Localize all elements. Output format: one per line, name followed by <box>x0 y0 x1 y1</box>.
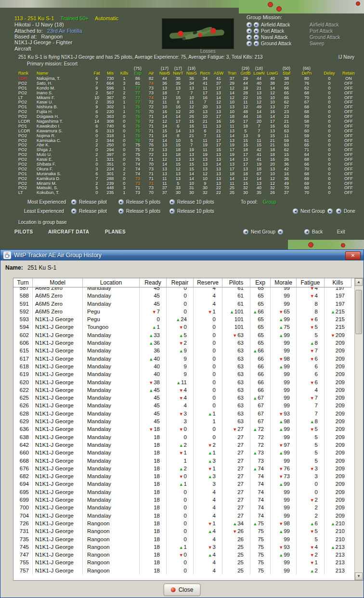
based-value[interactable]: Rangoon <box>41 34 63 39</box>
history-row[interactable]: 726N1K1-J GeorgeRangoon180▼1▲34▲75▼98▲6▲… <box>13 520 351 527</box>
history-row[interactable]: 602N1K1-J GeorgeMandalay▲33▲50▼6365▲995▼… <box>13 331 351 339</box>
tab-aircraft-data[interactable]: AIRCRAFT DATA <box>48 229 89 234</box>
mission-cycle-left-icon[interactable]: ◄ <box>247 35 252 40</box>
pilot-row[interactable]: PO2Kasai U.23531777211811712101112106267… <box>14 100 359 105</box>
pilot-row[interactable]: PO1Kondo M.95961777313131311171219211466… <box>14 86 359 91</box>
pilot-row[interactable]: PO2Inano S.25672777318771713142813126568… <box>14 91 359 96</box>
history-row[interactable]: 642N1K1-J GeorgeMandalay18▲2▼22772▼97520… <box>13 441 351 449</box>
history-row[interactable]: 625N1K1-J GeorgeMandalay45▼4063▲6799▼720… <box>13 394 351 402</box>
history-row[interactable]: 638N1K1-J GeorgeMandalay18002772995209 <box>13 433 351 441</box>
history-row[interactable]: 591A6M5 ZeroMandalay45046165998197 <box>13 300 351 308</box>
history-row[interactable]: 593N1K1-J GeorgePegu0▲24010165▲99▼6215 <box>13 315 351 323</box>
history-row[interactable]: 588A6M5 ZeroMandalay4504616599▼4197 <box>13 292 351 299</box>
pilot-row[interactable]: PO1Nishiura B.93021767210161220131312491… <box>14 105 359 110</box>
release-arrow-icon[interactable]: ► <box>118 208 124 214</box>
history-row[interactable]: 617N1K1-J GeorgeMandalay▲40906366▼98▼620… <box>13 355 351 363</box>
history-row[interactable]: 731N1K1-J GeorgeRangoon180▲4▼2675▲99▼521… <box>13 527 351 535</box>
release-arrow-icon[interactable]: ► <box>71 199 77 205</box>
scrollbar-thumb[interactable] <box>355 290 362 334</box>
pilot-row[interactable]: PO1Muranaka S.63012747113131412131818671… <box>14 172 359 177</box>
pilot-row[interactable]: PO2Shibata F.035107470141515131413171920… <box>14 162 359 167</box>
next-group-icon[interactable]: ► <box>327 208 333 214</box>
pilot-row[interactable]: PO2Okura F.32242747313121513131713181342… <box>14 167 359 172</box>
pilot-row[interactable]: PO2Kamisaka C.23440767214105111713151121… <box>14 139 359 143</box>
history-row[interactable]: 699N1K1-J GeorgeMandalay1804277499▼2209 <box>13 496 351 504</box>
history-col-header[interactable]: Fatigue <box>297 278 325 287</box>
pilot-row[interactable]: LTKokubun, T.023517370373030322225303526… <box>14 191 359 195</box>
pilot-row[interactable]: LCDRKawamura S.6313076711514136211357136… <box>14 129 359 134</box>
release-10-least-button[interactable]: ► Release 10 pilots <box>169 208 214 214</box>
history-col-header[interactable]: Morale <box>271 278 297 287</box>
history-col-header[interactable]: Pilots <box>222 278 250 287</box>
next-group-icon[interactable]: ► <box>278 229 283 234</box>
history-row[interactable]: 594N1K1-J GeorgeToungoo▲1▼0010165▲75▼521… <box>13 323 351 331</box>
mission-cycle-left-icon[interactable]: ◄ <box>247 28 252 34</box>
window-close-button[interactable]: ✕ <box>345 251 361 260</box>
history-row[interactable]: 620N1K1-J GeorgeMandalay▼38▲110636699▼62… <box>13 378 351 386</box>
back-button[interactable]: ◄ Back <box>304 229 323 234</box>
pilot-row[interactable]: PO2Minami M.2239073711151091311151312496… <box>14 182 359 186</box>
pilot-row[interactable]: PO2Sato, H.76643817436353441372944403820… <box>14 81 359 86</box>
history-row[interactable]: 745N1K1-J GeorgeRangoon18▲1▼32575▼93▼4▲2… <box>13 543 351 551</box>
mission-option-label[interactable]: Port Attack <box>261 28 308 34</box>
history-row[interactable]: 700N1K1-J GeorgeMandalay18042774992209 <box>13 504 351 511</box>
pilot-row[interactable]: PO2Doigawa H.036307671141426101718441614… <box>14 115 359 119</box>
history-row[interactable]: 592A6M5 ZeroPegu▼70▼1▲101▲66▼658▲215 <box>13 308 351 315</box>
tab-pilots[interactable]: PILOTS <box>14 229 33 234</box>
history-row[interactable]: 676N1K1-J GeorgeMandalay18▲2▼127▲74▼76▼3… <box>13 465 351 472</box>
history-row[interactable]: 622N1K1-J GeorgeMandalay▲45▼406366994209 <box>13 386 351 394</box>
history-row[interactable]: 695N1K1-J GeorgeMandalay18042774990209 <box>13 488 351 496</box>
mission-cycle-left-icon[interactable]: ◄ <box>247 22 252 27</box>
release-pilot-least-button[interactable]: ► Release pilot <box>71 208 107 214</box>
release-5-most-button[interactable]: ► Release 5 pilots <box>118 199 160 205</box>
pilot-row[interactable]: PO2Nojima R.0318176711482171114139151159… <box>14 134 359 139</box>
history-row[interactable]: 606N1K1-J GeorgeMandalay▲36▼20636599▲820… <box>13 339 351 347</box>
release-arrow-icon[interactable]: ► <box>118 199 124 205</box>
history-col-header[interactable]: Location <box>83 278 140 287</box>
pilot-row[interactable]: PO1Kawakubo I.67406767114616111311187166… <box>14 124 359 129</box>
pilot-row[interactable]: PO2Muto U.239707572131813191319174118156… <box>14 153 359 157</box>
history-row[interactable]: 619N1K1-J GeorgeMandalay40906366996209 <box>13 370 351 378</box>
history-row[interactable]: 636N1K1-J GeorgeMandalay▼18▼00▼27▲72▲99▼… <box>13 425 351 433</box>
history-row[interactable]: 628N1K1-J GeorgeMandalay45▼3▲16367▼93720… <box>13 410 351 417</box>
pilot-row[interactable]: PO2Kamikura D.72880737111131410131412141… <box>14 177 359 182</box>
mission-option-label[interactable]: Airfield Attack <box>261 22 308 27</box>
history-row[interactable]: 747N1K1-J GeorgeRangoon18▼0▲42575▲99▼221… <box>13 551 351 559</box>
release-5-least-button[interactable]: ► Release 5 pilots <box>118 208 160 214</box>
pilot-row[interactable]: PO2Kasai E.13210757112131313131413411626… <box>14 157 359 162</box>
window-titlebar[interactable]: WitP Tracker AE Air Group History ✕ <box>0 250 364 260</box>
prev-group-icon[interactable]: ◄ <box>243 229 248 234</box>
history-col-header[interactable]: Kills <box>325 278 351 287</box>
mission-option-label[interactable]: Ground Attack <box>261 41 308 46</box>
release-pilot-most-button[interactable]: ► Release pilot <box>71 199 107 205</box>
history-col-header[interactable]: Reserve <box>194 278 222 287</box>
mission-cycle-right-icon[interactable]: ► <box>254 28 259 34</box>
group-trained-level[interactable]: Trained 50+ <box>60 15 89 21</box>
history-row[interactable]: 735N1K1-J GeorgeRangoon18042675995210 <box>13 535 351 543</box>
scrollbar-up-button[interactable]: ▲ <box>355 278 363 286</box>
history-row[interactable]: 615N1K1-J GeorgeMandalay36▲9063▲6699▼720… <box>13 347 351 354</box>
pilot-row[interactable]: PO2Matsuki, S.54483717337333130222532403… <box>14 186 359 191</box>
pilot-row[interactable]: LTMikami F.10367077741215101614122215106… <box>14 96 359 101</box>
pool-target-toggle[interactable]: Group <box>263 199 276 205</box>
history-row[interactable]: 626N1K1-J GeorgeMandalay45406367997209 <box>13 402 351 409</box>
release-10-most-button[interactable]: ► Release 10 pilots <box>169 199 214 205</box>
history-row[interactable]: 682N1K1-J GeorgeMandalay18▼0▲32774▼73320… <box>13 472 351 480</box>
mission-cycle-left-icon[interactable]: ◄ <box>247 41 252 46</box>
close-button[interactable]: Close <box>164 584 201 596</box>
history-row[interactable]: 660N1K1-J GeorgeMandalay18▼1▲127▲73▲9952… <box>13 449 351 456</box>
pilot-row[interactable]: LDRNakajima, T.6730186824435363441372944… <box>14 77 359 81</box>
history-row[interactable]: 755N1K1-J GeorgeRangoon1804257599▼1213 <box>13 559 351 566</box>
mission-cycle-right-icon[interactable]: ► <box>254 41 259 46</box>
history-row[interactable]: 629N1K1-J GeorgeMandalay45316367▲98▲8209 <box>13 417 351 425</box>
pilot-row[interactable]: PO2Shiga J.02940757313181911151718421862… <box>14 148 359 153</box>
tab-planes[interactable]: PLANES <box>105 229 126 234</box>
vertical-scrollbar[interactable]: ▲ ▼ <box>354 278 363 580</box>
pilot-row[interactable]: PO2Abe K.2250075761315719171915152163650… <box>14 143 359 148</box>
release-arrow-icon[interactable]: ► <box>169 208 175 214</box>
history-col-header[interactable]: Turn <box>13 278 33 287</box>
pilot-row[interactable]: PO2Fujita H.6220176701612201313104814162… <box>14 110 359 115</box>
history-col-header[interactable]: Repair <box>167 278 194 287</box>
history-row[interactable]: 618N1K1-J GeorgeMandalay40906366▲996209 <box>13 363 351 370</box>
history-row[interactable]: 757N1K1-J GeorgeRangoon1804257599▲2213 <box>13 567 351 574</box>
